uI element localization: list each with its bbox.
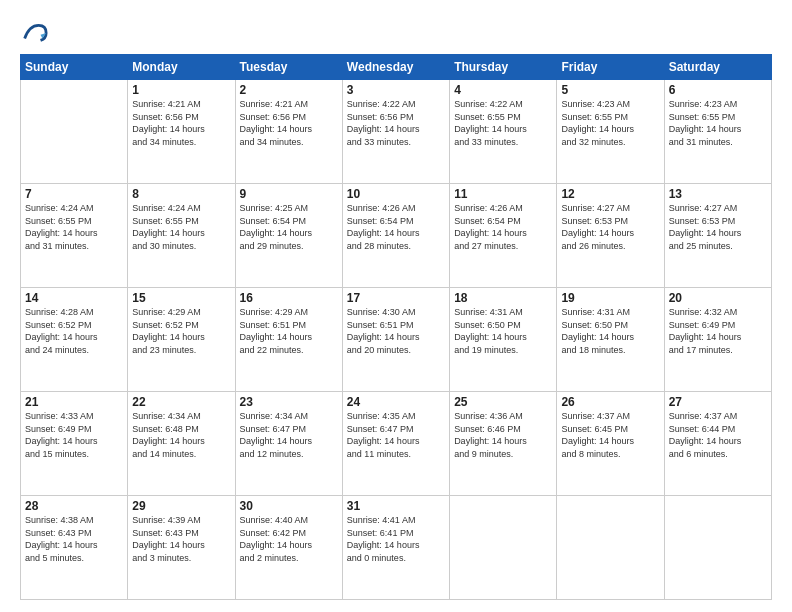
- day-info: Sunrise: 4:39 AM Sunset: 6:43 PM Dayligh…: [132, 514, 230, 564]
- calendar-week-4: 21Sunrise: 4:33 AM Sunset: 6:49 PM Dayli…: [21, 392, 772, 496]
- day-number: 27: [669, 395, 767, 409]
- day-info: Sunrise: 4:32 AM Sunset: 6:49 PM Dayligh…: [669, 306, 767, 356]
- calendar-header-monday: Monday: [128, 55, 235, 80]
- calendar-cell: 16Sunrise: 4:29 AM Sunset: 6:51 PM Dayli…: [235, 288, 342, 392]
- day-info: Sunrise: 4:37 AM Sunset: 6:45 PM Dayligh…: [561, 410, 659, 460]
- day-number: 14: [25, 291, 123, 305]
- day-number: 17: [347, 291, 445, 305]
- calendar-header-sunday: Sunday: [21, 55, 128, 80]
- calendar-week-2: 7Sunrise: 4:24 AM Sunset: 6:55 PM Daylig…: [21, 184, 772, 288]
- day-info: Sunrise: 4:31 AM Sunset: 6:50 PM Dayligh…: [561, 306, 659, 356]
- calendar-cell: 2Sunrise: 4:21 AM Sunset: 6:56 PM Daylig…: [235, 80, 342, 184]
- calendar-cell: 24Sunrise: 4:35 AM Sunset: 6:47 PM Dayli…: [342, 392, 449, 496]
- calendar-header-tuesday: Tuesday: [235, 55, 342, 80]
- day-number: 23: [240, 395, 338, 409]
- day-number: 19: [561, 291, 659, 305]
- day-info: Sunrise: 4:41 AM Sunset: 6:41 PM Dayligh…: [347, 514, 445, 564]
- calendar-cell: 18Sunrise: 4:31 AM Sunset: 6:50 PM Dayli…: [450, 288, 557, 392]
- day-info: Sunrise: 4:29 AM Sunset: 6:51 PM Dayligh…: [240, 306, 338, 356]
- day-number: 29: [132, 499, 230, 513]
- calendar-cell: 1Sunrise: 4:21 AM Sunset: 6:56 PM Daylig…: [128, 80, 235, 184]
- day-number: 16: [240, 291, 338, 305]
- day-number: 4: [454, 83, 552, 97]
- day-info: Sunrise: 4:40 AM Sunset: 6:42 PM Dayligh…: [240, 514, 338, 564]
- day-number: 20: [669, 291, 767, 305]
- day-number: 9: [240, 187, 338, 201]
- day-number: 10: [347, 187, 445, 201]
- day-info: Sunrise: 4:26 AM Sunset: 6:54 PM Dayligh…: [347, 202, 445, 252]
- calendar-cell: 14Sunrise: 4:28 AM Sunset: 6:52 PM Dayli…: [21, 288, 128, 392]
- day-number: 12: [561, 187, 659, 201]
- day-info: Sunrise: 4:35 AM Sunset: 6:47 PM Dayligh…: [347, 410, 445, 460]
- day-number: 6: [669, 83, 767, 97]
- day-info: Sunrise: 4:27 AM Sunset: 6:53 PM Dayligh…: [669, 202, 767, 252]
- day-info: Sunrise: 4:37 AM Sunset: 6:44 PM Dayligh…: [669, 410, 767, 460]
- day-info: Sunrise: 4:27 AM Sunset: 6:53 PM Dayligh…: [561, 202, 659, 252]
- day-info: Sunrise: 4:22 AM Sunset: 6:55 PM Dayligh…: [454, 98, 552, 148]
- day-info: Sunrise: 4:22 AM Sunset: 6:56 PM Dayligh…: [347, 98, 445, 148]
- day-number: 26: [561, 395, 659, 409]
- calendar-cell: [557, 496, 664, 600]
- day-number: 1: [132, 83, 230, 97]
- calendar-header-thursday: Thursday: [450, 55, 557, 80]
- calendar-cell: 3Sunrise: 4:22 AM Sunset: 6:56 PM Daylig…: [342, 80, 449, 184]
- day-number: 31: [347, 499, 445, 513]
- calendar-cell: [21, 80, 128, 184]
- calendar-cell: 26Sunrise: 4:37 AM Sunset: 6:45 PM Dayli…: [557, 392, 664, 496]
- day-info: Sunrise: 4:24 AM Sunset: 6:55 PM Dayligh…: [25, 202, 123, 252]
- calendar-header-saturday: Saturday: [664, 55, 771, 80]
- header: [20, 18, 772, 46]
- calendar-cell: 13Sunrise: 4:27 AM Sunset: 6:53 PM Dayli…: [664, 184, 771, 288]
- day-info: Sunrise: 4:38 AM Sunset: 6:43 PM Dayligh…: [25, 514, 123, 564]
- day-info: Sunrise: 4:28 AM Sunset: 6:52 PM Dayligh…: [25, 306, 123, 356]
- calendar-cell: 17Sunrise: 4:30 AM Sunset: 6:51 PM Dayli…: [342, 288, 449, 392]
- day-info: Sunrise: 4:34 AM Sunset: 6:47 PM Dayligh…: [240, 410, 338, 460]
- calendar-header-row: SundayMondayTuesdayWednesdayThursdayFrid…: [21, 55, 772, 80]
- day-info: Sunrise: 4:26 AM Sunset: 6:54 PM Dayligh…: [454, 202, 552, 252]
- calendar-cell: 25Sunrise: 4:36 AM Sunset: 6:46 PM Dayli…: [450, 392, 557, 496]
- day-number: 28: [25, 499, 123, 513]
- day-number: 25: [454, 395, 552, 409]
- day-info: Sunrise: 4:23 AM Sunset: 6:55 PM Dayligh…: [561, 98, 659, 148]
- calendar-cell: 15Sunrise: 4:29 AM Sunset: 6:52 PM Dayli…: [128, 288, 235, 392]
- day-number: 2: [240, 83, 338, 97]
- day-number: 3: [347, 83, 445, 97]
- day-number: 24: [347, 395, 445, 409]
- logo: [20, 18, 52, 46]
- calendar-week-3: 14Sunrise: 4:28 AM Sunset: 6:52 PM Dayli…: [21, 288, 772, 392]
- day-number: 11: [454, 187, 552, 201]
- day-info: Sunrise: 4:33 AM Sunset: 6:49 PM Dayligh…: [25, 410, 123, 460]
- calendar-cell: [450, 496, 557, 600]
- calendar-cell: 12Sunrise: 4:27 AM Sunset: 6:53 PM Dayli…: [557, 184, 664, 288]
- calendar-cell: 4Sunrise: 4:22 AM Sunset: 6:55 PM Daylig…: [450, 80, 557, 184]
- calendar-cell: 27Sunrise: 4:37 AM Sunset: 6:44 PM Dayli…: [664, 392, 771, 496]
- calendar-header-friday: Friday: [557, 55, 664, 80]
- logo-icon: [20, 18, 48, 46]
- day-info: Sunrise: 4:36 AM Sunset: 6:46 PM Dayligh…: [454, 410, 552, 460]
- day-info: Sunrise: 4:29 AM Sunset: 6:52 PM Dayligh…: [132, 306, 230, 356]
- calendar-cell: [664, 496, 771, 600]
- calendar-cell: 5Sunrise: 4:23 AM Sunset: 6:55 PM Daylig…: [557, 80, 664, 184]
- day-info: Sunrise: 4:23 AM Sunset: 6:55 PM Dayligh…: [669, 98, 767, 148]
- day-info: Sunrise: 4:25 AM Sunset: 6:54 PM Dayligh…: [240, 202, 338, 252]
- calendar: SundayMondayTuesdayWednesdayThursdayFrid…: [20, 54, 772, 600]
- day-info: Sunrise: 4:30 AM Sunset: 6:51 PM Dayligh…: [347, 306, 445, 356]
- calendar-cell: 20Sunrise: 4:32 AM Sunset: 6:49 PM Dayli…: [664, 288, 771, 392]
- day-info: Sunrise: 4:34 AM Sunset: 6:48 PM Dayligh…: [132, 410, 230, 460]
- calendar-cell: 8Sunrise: 4:24 AM Sunset: 6:55 PM Daylig…: [128, 184, 235, 288]
- day-number: 15: [132, 291, 230, 305]
- day-number: 21: [25, 395, 123, 409]
- day-number: 18: [454, 291, 552, 305]
- calendar-week-1: 1Sunrise: 4:21 AM Sunset: 6:56 PM Daylig…: [21, 80, 772, 184]
- calendar-cell: 19Sunrise: 4:31 AM Sunset: 6:50 PM Dayli…: [557, 288, 664, 392]
- day-info: Sunrise: 4:24 AM Sunset: 6:55 PM Dayligh…: [132, 202, 230, 252]
- day-number: 8: [132, 187, 230, 201]
- calendar-cell: 23Sunrise: 4:34 AM Sunset: 6:47 PM Dayli…: [235, 392, 342, 496]
- day-number: 13: [669, 187, 767, 201]
- day-number: 30: [240, 499, 338, 513]
- calendar-cell: 6Sunrise: 4:23 AM Sunset: 6:55 PM Daylig…: [664, 80, 771, 184]
- calendar-cell: 11Sunrise: 4:26 AM Sunset: 6:54 PM Dayli…: [450, 184, 557, 288]
- calendar-cell: 29Sunrise: 4:39 AM Sunset: 6:43 PM Dayli…: [128, 496, 235, 600]
- calendar-cell: 7Sunrise: 4:24 AM Sunset: 6:55 PM Daylig…: [21, 184, 128, 288]
- day-info: Sunrise: 4:31 AM Sunset: 6:50 PM Dayligh…: [454, 306, 552, 356]
